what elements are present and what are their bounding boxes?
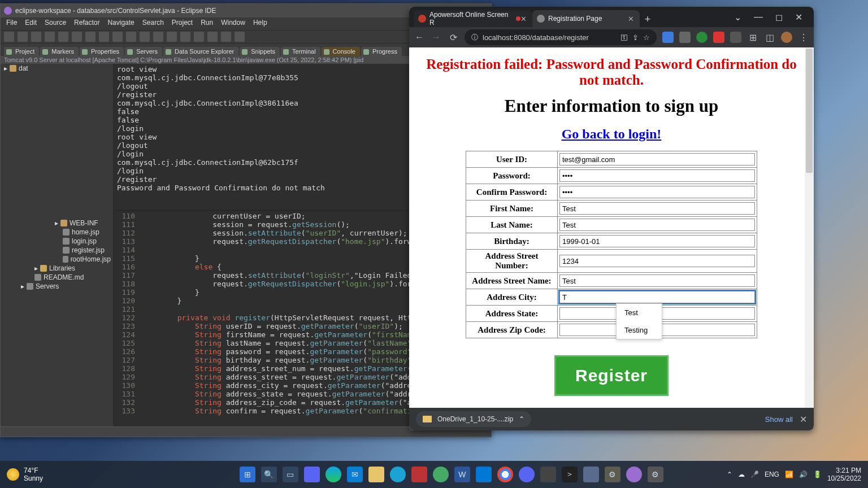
toolbar-button[interactable] bbox=[31, 32, 41, 42]
viewtab-console[interactable]: Console bbox=[322, 47, 360, 56]
reload-icon[interactable]: ⟳ bbox=[448, 32, 459, 43]
taskbar-app-edge[interactable] bbox=[326, 467, 341, 482]
search-icon[interactable]: 🔍 bbox=[261, 467, 277, 482]
menu-source[interactable]: Source bbox=[45, 19, 66, 29]
toolbar-button[interactable] bbox=[4, 32, 14, 42]
forward-icon[interactable]: → bbox=[431, 32, 442, 42]
viewtab-properties[interactable]: Properties bbox=[80, 47, 124, 56]
explorer-item[interactable]: login.jsp bbox=[1, 237, 113, 246]
minimize-icon[interactable]: — bbox=[754, 12, 763, 22]
task-view-icon[interactable]: ▭ bbox=[283, 467, 298, 482]
viewtab-snippets[interactable]: Snippets bbox=[240, 47, 280, 56]
taskbar-app-vscode[interactable] bbox=[476, 467, 492, 482]
taskbar-app-discord[interactable] bbox=[519, 467, 535, 482]
close-tab-icon[interactable]: ✕ bbox=[520, 15, 527, 23]
project-explorer[interactable]: ▸ dat ▸ WEB-INF home.jsp login.jsp regis… bbox=[1, 64, 114, 426]
register-button[interactable]: Register bbox=[554, 355, 669, 396]
scrollbar[interactable] bbox=[805, 47, 814, 408]
field-input-7[interactable] bbox=[559, 274, 755, 287]
password-key-icon[interactable]: ⚿ bbox=[620, 33, 628, 42]
menu-refactor[interactable]: Refactor bbox=[74, 19, 99, 29]
back-icon[interactable]: ← bbox=[414, 32, 425, 42]
tray-mic-icon[interactable]: 🎤 bbox=[750, 470, 759, 478]
tab-apowersoft[interactable]: Apowersoft Online Screen R ✕ bbox=[414, 10, 532, 27]
viewtab-terminal[interactable]: Terminal bbox=[281, 47, 320, 56]
address-bar[interactable]: ⓘ localhost:8080/database/register ⚿ ⇪ ☆ bbox=[465, 29, 657, 45]
field-input-1[interactable] bbox=[559, 169, 755, 182]
autocomplete-option[interactable]: Test bbox=[617, 304, 662, 321]
toolbar-button[interactable] bbox=[72, 32, 82, 42]
start-button[interactable]: ⊞ bbox=[240, 467, 255, 482]
taskbar-app-word[interactable]: W bbox=[454, 467, 470, 482]
menu-file[interactable]: File bbox=[6, 19, 17, 29]
toolbar-button[interactable] bbox=[126, 32, 136, 42]
viewtab-progress[interactable]: Progress bbox=[361, 47, 402, 56]
tray-onedrive-icon[interactable]: ☁ bbox=[738, 470, 745, 478]
tray-battery-icon[interactable]: 🔋 bbox=[813, 470, 822, 478]
show-all-downloads[interactable]: Show all bbox=[765, 415, 793, 424]
field-input-0[interactable] bbox=[559, 153, 755, 165]
toolbar-button[interactable] bbox=[140, 32, 150, 42]
tray-wifi-icon[interactable]: 📶 bbox=[785, 470, 793, 478]
download-chip[interactable]: OneDrive_1_10-25-....zip ⌃ bbox=[416, 411, 531, 427]
toolbar-button[interactable] bbox=[99, 32, 109, 42]
weather-widget[interactable]: 74°F Sunny bbox=[7, 467, 176, 482]
tab-registration[interactable]: Registration Page ✕ bbox=[532, 10, 640, 27]
tray-chevron-icon[interactable]: ⌃ bbox=[727, 470, 732, 478]
taskbar-app[interactable]: ⚙ bbox=[605, 467, 620, 482]
share-icon[interactable]: ⇪ bbox=[632, 33, 639, 42]
autocomplete-option[interactable]: Testing bbox=[617, 321, 662, 339]
toolbar-button[interactable] bbox=[153, 32, 163, 42]
field-input-2[interactable] bbox=[559, 186, 755, 198]
close-tab-icon[interactable]: ✕ bbox=[628, 15, 634, 23]
explorer-item[interactable]: ▸ Libraries bbox=[1, 264, 113, 273]
toolbar-button[interactable] bbox=[112, 32, 123, 42]
menu-navigate[interactable]: Navigate bbox=[107, 19, 134, 29]
menu-window[interactable]: Window bbox=[221, 19, 245, 29]
explorer-item[interactable]: home.jsp bbox=[1, 228, 113, 237]
toolbar-button[interactable] bbox=[18, 32, 28, 42]
menu-search[interactable]: Search bbox=[142, 19, 164, 29]
viewtab-datasource[interactable]: Data Source Explorer bbox=[163, 47, 238, 56]
site-info-icon[interactable]: ⓘ bbox=[471, 33, 478, 42]
taskbar-app-eclipse[interactable] bbox=[626, 467, 642, 482]
taskbar-app[interactable]: ⚙ bbox=[648, 467, 663, 482]
taskbar-app[interactable] bbox=[433, 467, 449, 482]
taskbar-app-mail[interactable]: ✉ bbox=[347, 467, 363, 482]
taskbar-app-explorer[interactable] bbox=[368, 467, 384, 482]
taskbar-app[interactable] bbox=[411, 467, 427, 482]
close-downloads-icon[interactable]: ✕ bbox=[800, 414, 807, 425]
chevron-up-icon[interactable]: ⌃ bbox=[519, 415, 524, 423]
taskbar-app[interactable] bbox=[304, 467, 320, 482]
viewtab-markers[interactable]: Markers bbox=[40, 47, 79, 56]
taskbar-app[interactable] bbox=[390, 467, 406, 482]
taskbar-app[interactable] bbox=[540, 467, 556, 482]
field-input-8[interactable] bbox=[559, 291, 755, 303]
toolbar-button[interactable] bbox=[85, 32, 96, 42]
explorer-item[interactable]: register.jsp bbox=[1, 246, 113, 255]
toolbar-button[interactable] bbox=[194, 32, 204, 42]
back-to-login-link[interactable]: Go back to login! bbox=[420, 127, 802, 142]
field-input-6[interactable] bbox=[559, 255, 755, 267]
explorer-item[interactable]: ▸ Servers bbox=[1, 282, 113, 291]
extension-icon[interactable] bbox=[713, 32, 724, 43]
menu-edit[interactable]: Edit bbox=[25, 19, 37, 29]
page-viewport[interactable]: Registration failed: Password and Passwo… bbox=[409, 47, 814, 408]
menu-run[interactable]: Run bbox=[201, 19, 213, 29]
toolbar-button[interactable] bbox=[167, 32, 177, 42]
viewtab-servers[interactable]: Servers bbox=[125, 47, 162, 56]
extensions-puzzle-icon[interactable]: ⊞ bbox=[747, 32, 758, 43]
toolbar-button[interactable] bbox=[180, 32, 190, 42]
field-input-3[interactable] bbox=[559, 202, 755, 215]
taskbar-app-terminal[interactable]: ＞ bbox=[562, 467, 578, 482]
explorer-root[interactable]: ▸ dat bbox=[1, 64, 113, 73]
toolbar-button[interactable] bbox=[45, 32, 55, 42]
menu-project[interactable]: Project bbox=[172, 19, 193, 29]
extension-icon[interactable] bbox=[696, 32, 708, 43]
chrome-menu-icon[interactable]: ⋮ bbox=[798, 32, 809, 43]
taskbar-clock[interactable]: 3:21 PM 10/25/2022 bbox=[827, 467, 861, 483]
profile-avatar[interactable] bbox=[781, 32, 792, 43]
taskbar-app-chrome[interactable] bbox=[497, 467, 513, 482]
extension-icon[interactable] bbox=[662, 32, 674, 43]
menu-help[interactable]: Help bbox=[253, 19, 267, 29]
